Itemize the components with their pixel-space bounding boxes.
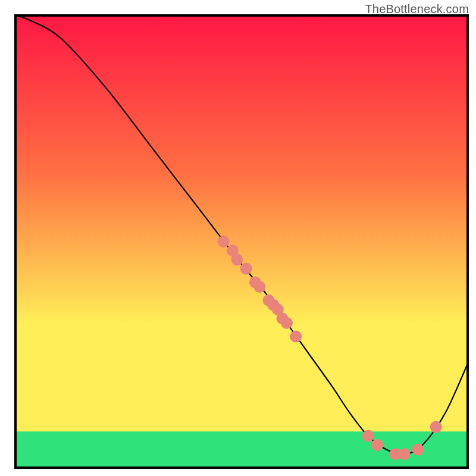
highlighted-point xyxy=(399,448,411,460)
plot-svg xyxy=(0,0,476,476)
highlighted-point xyxy=(281,317,293,329)
highlighted-point xyxy=(362,430,374,442)
highlighted-point xyxy=(218,236,230,248)
gradient-background xyxy=(15,15,468,468)
highlighted-point xyxy=(371,439,383,451)
highlighted-point xyxy=(290,331,302,343)
highlighted-point xyxy=(412,444,424,456)
bottleneck-chart: TheBottleneck.com xyxy=(0,0,476,476)
green-band xyxy=(15,431,468,468)
watermark-text: TheBottleneck.com xyxy=(365,2,469,16)
highlighted-point xyxy=(253,281,265,293)
highlighted-point xyxy=(430,421,442,433)
highlighted-point xyxy=(231,253,243,265)
highlighted-point xyxy=(240,263,252,275)
